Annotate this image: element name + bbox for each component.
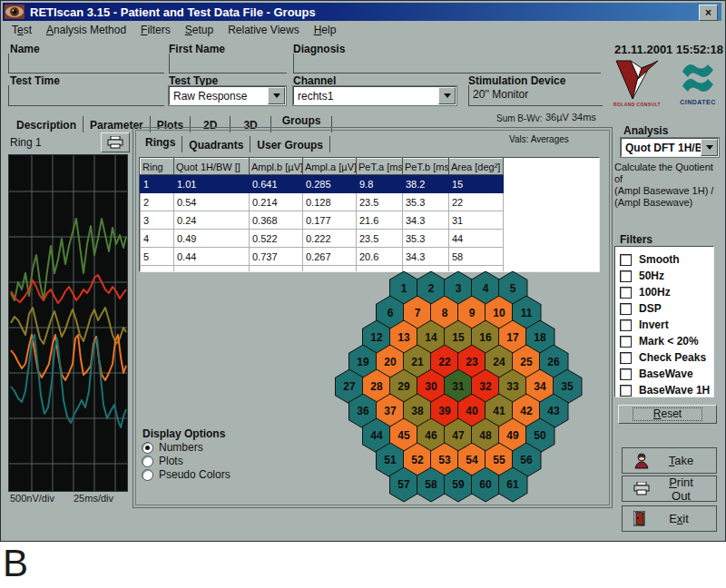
- filter-mark-20-[interactable]: Mark < 20%: [615, 333, 713, 349]
- display-option-pseudo-colors[interactable]: Pseudo Colors: [142, 468, 231, 481]
- checkbox[interactable]: [620, 319, 632, 331]
- checkbox[interactable]: [620, 303, 632, 315]
- hexagon-number: 47: [452, 429, 464, 442]
- table-cell: 1.01: [174, 175, 250, 193]
- table-cell: 5: [141, 248, 174, 266]
- filter-smooth[interactable]: Smooth: [615, 251, 713, 268]
- checkbox-label: Mark < 20%: [639, 335, 699, 348]
- channel-dropdown-button[interactable]: [438, 87, 456, 104]
- filter-check-peaks[interactable]: Check Peaks: [615, 349, 713, 366]
- test-type-dropdown[interactable]: Raw Response: [169, 86, 286, 105]
- hexagon-number: 29: [397, 380, 409, 393]
- filter-basewave-1h[interactable]: BaseWave 1H: [615, 382, 713, 398]
- checkbox[interactable]: [620, 352, 632, 364]
- hexagon-number: 11: [521, 307, 533, 319]
- column-header[interactable]: Ring: [141, 159, 174, 175]
- checkbox[interactable]: [620, 287, 632, 299]
- column-header[interactable]: PeT.b [ms]: [403, 159, 449, 175]
- radio-button[interactable]: [142, 442, 153, 454]
- subtab-user-groups[interactable]: User Groups: [250, 137, 329, 153]
- roland-logo-icon: [611, 59, 663, 101]
- checkbox-label: 50Hz: [639, 270, 664, 282]
- filter-100hz[interactable]: 100Hz: [615, 284, 713, 300]
- checkbox-label: Invert: [639, 318, 669, 331]
- test-type-dropdown-button[interactable]: [268, 87, 285, 104]
- column-header[interactable]: Ampl.b [µV]: [250, 159, 303, 175]
- exit-button[interactable]: Exit: [622, 505, 717, 532]
- table-cell: 20.6: [357, 248, 403, 266]
- table-row[interactable]: 20.540.2140.12823.535.322: [141, 193, 504, 211]
- radio-button[interactable]: [142, 456, 153, 467]
- waveform-svg: [9, 155, 127, 491]
- analysis-dropdown[interactable]: Quot DFT 1H/B: [621, 138, 719, 157]
- filter-invert[interactable]: Invert: [615, 317, 713, 333]
- chevron-down-icon: [706, 145, 713, 150]
- menu-item-relative-views[interactable]: Relative Views: [221, 23, 306, 39]
- analysis-dropdown-button[interactable]: [701, 139, 718, 156]
- hexagon-number: 2: [428, 282, 435, 295]
- printer-icon: [633, 482, 650, 495]
- sum-bwv-label: Sum B-Wv:: [496, 113, 543, 123]
- checkbox[interactable]: [620, 385, 632, 397]
- radio-button[interactable]: [142, 469, 153, 481]
- test-time-field[interactable]: [8, 85, 164, 106]
- channel-dropdown[interactable]: rechts1: [293, 86, 456, 105]
- hexagon-number: 3: [456, 282, 462, 295]
- hexagon-number: 43: [547, 405, 559, 417]
- first-name-field[interactable]: [169, 54, 287, 74]
- analysis-description: Calculate the Quotient of (Ampl Basewave…: [614, 162, 725, 209]
- hexagon-number: 26: [547, 356, 559, 368]
- menu-item-test[interactable]: Test: [5, 23, 39, 39]
- table-row[interactable]: 11.010.6410.2859.838.215: [141, 175, 504, 193]
- checkbox[interactable]: [620, 368, 632, 380]
- subtab-rings[interactable]: Rings: [139, 134, 182, 151]
- column-header[interactable]: Ampl.a [µV]: [303, 159, 357, 175]
- take-button[interactable]: Take: [622, 447, 717, 474]
- table-row[interactable]: 30.240.3680.17721.634.331: [141, 211, 504, 230]
- hexagon-number: 45: [397, 429, 409, 442]
- checkbox-label: BaseWave: [639, 368, 693, 380]
- subtab-quadrants[interactable]: Quadrants: [182, 137, 250, 153]
- column-header[interactable]: PeT.a [ms]: [357, 159, 403, 175]
- table-cell: [357, 266, 403, 273]
- table-cell: 34.3: [403, 211, 449, 230]
- menu-item-filters[interactable]: Filters: [133, 23, 178, 39]
- display-option-plots[interactable]: Plots: [142, 455, 183, 467]
- channel-label: Channel: [293, 74, 336, 87]
- plot-print-button[interactable]: [101, 132, 130, 152]
- menu-item-help[interactable]: Help: [307, 23, 344, 39]
- hexagon-number: 42: [520, 405, 532, 417]
- close-button[interactable]: ×: [699, 5, 718, 21]
- filter-50hz[interactable]: 50Hz: [615, 268, 713, 284]
- checkbox[interactable]: [620, 254, 632, 266]
- display-options-label: Display Options: [142, 427, 225, 440]
- hexagon-number: 5: [510, 282, 516, 295]
- name-field[interactable]: [8, 54, 164, 74]
- print-out-button[interactable]: Print Out: [622, 475, 717, 502]
- hexagon-number: 55: [493, 454, 505, 466]
- checkbox[interactable]: [620, 336, 632, 348]
- table-cell: 38.2: [403, 175, 449, 193]
- test-type-value: Raw Response: [170, 90, 268, 103]
- table-row[interactable]: 50.440.7370.26720.634.358: [141, 248, 504, 266]
- checkbox-label: Check Peaks: [639, 351, 706, 364]
- filter-basewave[interactable]: BaseWave: [615, 366, 713, 382]
- tab-description[interactable]: Description: [10, 117, 83, 133]
- reset-button[interactable]: Reset: [618, 405, 717, 424]
- table-cell: 9.8: [357, 175, 403, 193]
- hexagon-number: 27: [343, 380, 355, 393]
- table-cell: 35.3: [403, 230, 449, 248]
- column-header[interactable]: Area [deg²]: [449, 159, 504, 175]
- display-option-numbers[interactable]: Numbers: [142, 441, 203, 454]
- diagnosis-field[interactable]: [293, 54, 601, 74]
- hexagon-number: 34: [534, 380, 545, 393]
- filter-dsp[interactable]: DSP: [615, 300, 713, 317]
- stimulation-device-field[interactable]: 20'' Monitor: [468, 85, 603, 106]
- menu-item-setup[interactable]: Setup: [178, 23, 221, 39]
- table-cell: 0.222: [303, 230, 357, 248]
- column-header[interactable]: Quot 1H/BW []: [174, 159, 250, 175]
- table-row[interactable]: 40.490.5220.22223.535.344: [141, 230, 504, 248]
- checkbox[interactable]: [620, 270, 632, 282]
- print-out-button-label: Print Out: [659, 475, 716, 503]
- menu-item-analysis-method[interactable]: Analysis Method: [39, 23, 133, 39]
